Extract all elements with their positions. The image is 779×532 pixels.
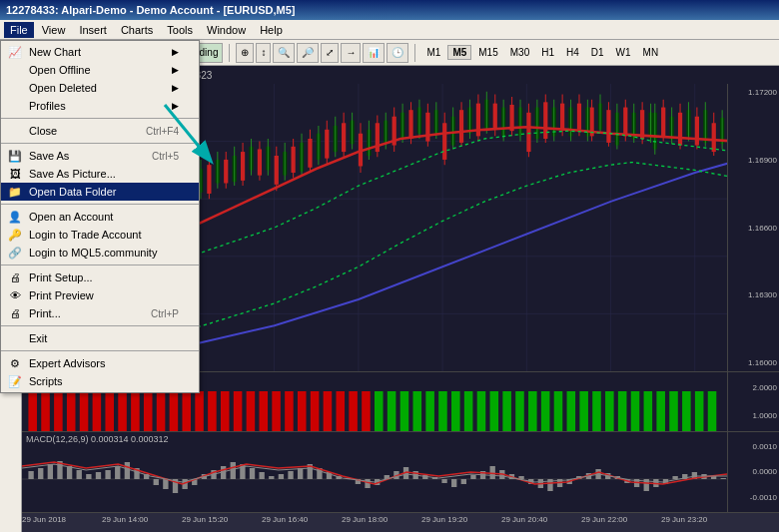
tool5[interactable]: ⤢ [321,43,339,63]
svg-rect-227 [131,391,140,431]
menu-charts[interactable]: Charts [115,22,159,38]
menu-save-as-picture[interactable]: 🖼 Save As Picture... [1,165,199,183]
menu-open-deleted[interactable]: Open Deleted ▶ [1,79,199,97]
menu-close[interactable]: Close Ctrl+F4 [1,122,199,140]
open-deleted-icon [7,80,23,96]
tool4[interactable]: 🔎 [297,43,319,63]
menu-scripts[interactable]: 📝 Scripts [1,372,199,390]
vol-label-2: 1.0000 [730,411,777,420]
tool8[interactable]: 🕒 [387,43,408,63]
svg-rect-204 [528,391,537,431]
menu-open-account[interactable]: 👤 Open an Account [1,208,199,226]
tool1[interactable]: ⊕ [236,43,254,63]
svg-rect-249 [48,464,53,479]
macd-info: MACD(12,26,9) 0.000314 0.000312 [22,432,173,446]
svg-rect-202 [502,391,511,431]
svg-rect-291 [451,479,456,487]
menu-print[interactable]: 🖨 Print... Ctrl+P [1,304,199,322]
menu-print-setup[interactable]: 🖨 Print Setup... [1,268,199,286]
svg-rect-201 [490,391,499,431]
time-label-1: 29 Jun 2018 [22,515,66,524]
tf-m15[interactable]: M15 [473,45,502,60]
svg-rect-213 [644,391,653,431]
svg-rect-270 [250,468,255,479]
script-icon: 📝 [7,373,23,389]
tf-m5[interactable]: M5 [447,45,471,60]
price-label-3: 1.16600 [730,224,777,233]
tf-h1[interactable]: H1 [536,45,559,60]
tf-mn[interactable]: MN [638,45,664,60]
menu-file[interactable]: File [4,22,34,38]
svg-rect-234 [221,391,230,431]
svg-rect-197 [438,391,447,431]
menu-window[interactable]: Window [201,22,252,38]
svg-rect-218 [708,391,717,431]
svg-rect-200 [477,391,486,431]
open-offline-icon [7,62,23,78]
svg-rect-260 [154,479,159,485]
svg-rect-244 [349,391,358,431]
menu-login-trade[interactable]: 🔑 Login to Trade Account [1,226,199,244]
time-label-6: 29 Jun 19:20 [421,515,467,524]
tool6[interactable]: → [341,43,361,63]
menu-login-mql5[interactable]: 🔗 Login to MQL5.community [1,244,199,262]
close-icon [7,123,23,139]
time-label-7: 29 Jun 20:40 [501,515,547,524]
tool2[interactable]: ↕ [256,43,271,63]
svg-rect-238 [272,391,281,431]
menu-print-preview[interactable]: 👁 Print Preview [1,286,199,304]
svg-rect-256 [115,466,120,479]
sep5 [1,325,199,326]
macd-label-1: 0.0010 [730,442,777,451]
menu-view[interactable]: View [36,22,72,38]
tf-h4[interactable]: H4 [561,45,584,60]
svg-rect-220 [41,391,50,431]
menu-new-chart[interactable]: 📈 New Chart ▶ [1,43,199,61]
sep2 [1,143,199,144]
svg-rect-221 [54,391,63,431]
menu-open-data-folder[interactable]: 📁 Open Data Folder [1,183,199,201]
tf-m30[interactable]: M30 [505,45,534,60]
submenu-arrow-4: ▶ [172,101,179,111]
svg-rect-192 [375,391,384,431]
svg-rect-193 [388,391,396,431]
menu-insert[interactable]: Insert [73,22,113,38]
tf-d1[interactable]: D1 [586,45,609,60]
window-title: 12278433: Alpari-Demo - Demo Account - [… [6,4,296,16]
submenu-arrow-3: ▶ [172,83,179,93]
menu-profiles[interactable]: Profiles ▶ [1,97,199,115]
folder-icon: 📁 [7,184,23,200]
svg-rect-205 [541,391,550,431]
svg-rect-231 [182,391,191,431]
menu-save-as[interactable]: 💾 Save As Ctrl+5 [1,147,199,165]
menu-help[interactable]: Help [254,22,289,38]
svg-rect-215 [669,391,678,431]
macd-chart: MACD(12,26,9) 0.000314 0.000312 [22,432,779,512]
sep6 [1,350,199,351]
svg-rect-232 [195,391,204,431]
tf-w1[interactable]: W1 [611,45,636,60]
price-label-2: 1.16900 [730,156,777,165]
svg-rect-314 [672,476,677,479]
svg-rect-274 [288,471,293,479]
sep3 [1,204,199,205]
time-axis: 29 Jun 2018 29 Jun 14:00 29 Jun 15:20 29… [22,512,779,532]
menu-open-offline[interactable]: Open Offline ▶ [1,61,199,79]
svg-rect-217 [695,391,704,431]
tool7[interactable]: 📊 [363,43,385,63]
menu-tools[interactable]: Tools [161,22,199,38]
tool3[interactable]: 🔍 [273,43,295,63]
menu-expert-advisors[interactable]: ⚙ Expert Advisors [1,354,199,372]
svg-rect-206 [554,391,563,431]
time-label-5: 29 Jun 18:00 [342,515,388,524]
exit-icon [7,330,23,346]
svg-rect-209 [592,391,601,431]
svg-rect-253 [86,474,91,479]
tf-m1[interactable]: M1 [421,45,445,60]
svg-rect-252 [77,470,82,479]
sep1 [1,118,199,119]
svg-rect-219 [28,391,37,431]
svg-rect-230 [170,391,179,431]
menu-exit[interactable]: Exit [1,329,199,347]
svg-rect-235 [234,391,243,431]
